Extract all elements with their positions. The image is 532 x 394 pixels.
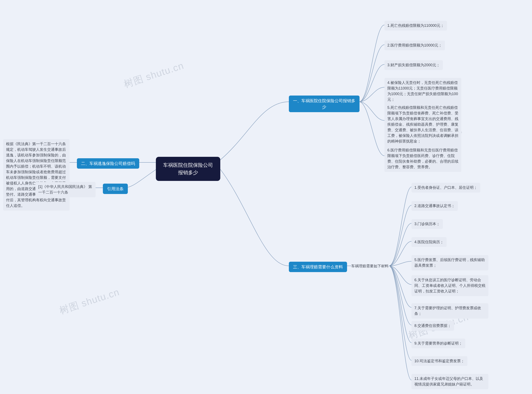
b3-item: 5.医疗费发票、后续医疗费证明，残疾辅助器具费发票； xyxy=(412,255,488,270)
b1-item: 4.被保险人无责任时，无责任死亡伤残赔偿限额为11000元；无责任医疗费用赔偿限… xyxy=(385,78,461,104)
b2-text: 根据《民法典》第一千二百一十六条规定，机动车驾驶人发生交通事故后逃逸，该机动车参… xyxy=(3,139,70,211)
b1-item: 3.财产损失赔偿限额为2000元； xyxy=(385,60,443,70)
b1-item: 5.死亡伤残赔偿限额和无责任死亡伤残赔偿限额项下负责赔偿丧葬费、死亡补偿费、受害… xyxy=(385,103,461,146)
watermark: 树图 shutu.cn xyxy=(58,285,121,317)
b3-item: 8.交通费住宿费票据； xyxy=(412,321,454,331)
watermark: 树图 shutu.cn xyxy=(122,59,186,91)
root-node: 车祸医院住院保险公司报销多少 xyxy=(156,157,220,181)
b3-mid: 车祸理赔需要如下材料： xyxy=(351,263,392,269)
b3-item: 3.门诊病历本； xyxy=(412,219,443,229)
b3-item: 10.司法鉴定书和鉴定费发票； xyxy=(412,356,467,366)
b1-item: 6.医疗费用赔偿限额和无责任医疗费用赔偿限额项下负责赔偿医药费、诊疗费、住院费、… xyxy=(385,145,461,172)
branch-two[interactable]: 二、车祸逃逸保险公司赔偿吗 xyxy=(77,158,139,169)
b3-item: 2.道路交通事故认定书； xyxy=(412,201,458,211)
b3-item: 11.未成年子女或年迈父母的户口本、以及视情况提供家庭兄弟姐妹户籍证明。 xyxy=(412,374,488,389)
b1-item: 2.医疗费用赔偿限额为10000元； xyxy=(385,41,445,50)
branch-three[interactable]: 三、车祸理赔需要什么资料 xyxy=(289,262,347,272)
branch-law[interactable]: 引用法条 xyxy=(103,184,128,194)
b3-item: 4.医院住院病历； xyxy=(412,237,447,247)
b3-item: 1.受伤者身份证、户口本、居住证明； xyxy=(412,183,480,192)
law-text: [1]《中华人民共和国民法典》 第一千二百一十六条 xyxy=(35,182,96,197)
b1-item: 1.死亡伤残赔偿限额为110000元； xyxy=(385,21,447,31)
b3-item: 6.关于休息误工的医疗诊断证明、劳动合同、工资单或者收入证明、个人所得税交税证明… xyxy=(412,275,488,296)
b3-item: 9.关于需要营养的诊断证明； xyxy=(412,338,465,348)
b3-item: 7.关于需要护理的证明、护理费发票或收条； xyxy=(412,303,488,319)
branch-one[interactable]: 一、车祸医院住院保险公司报销多少 xyxy=(289,96,360,112)
